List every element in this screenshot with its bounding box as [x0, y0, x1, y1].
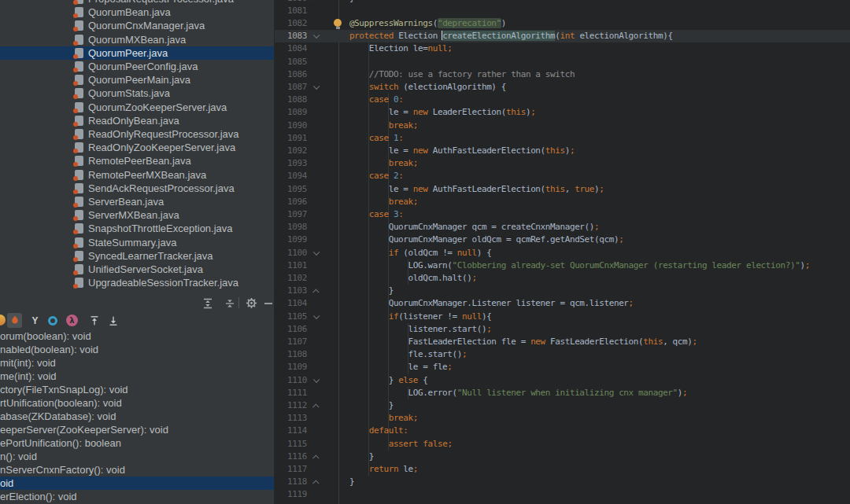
- file-tree-item[interactable]: StateSummary.java: [0, 236, 274, 249]
- methods-filter-on-button[interactable]: [7, 313, 22, 328]
- fold-marker-down[interactable]: [313, 83, 320, 90]
- code-line[interactable]: 1102 oldQcm.halt();: [275, 272, 850, 285]
- code-line[interactable]: 1105 if(listener != null){: [275, 311, 850, 323]
- file-tree-item[interactable]: ReadOnlyRequestProcessor.java: [0, 127, 274, 141]
- fold-marker-down[interactable]: [313, 312, 320, 318]
- line-number[interactable]: 1087: [275, 81, 307, 94]
- file-tree-item[interactable]: QuorumBean.java: [0, 6, 274, 19]
- collapse-all-button[interactable]: [222, 296, 237, 311]
- line-number[interactable]: 1086: [275, 68, 307, 81]
- file-tree-item[interactable]: ServerMXBean.java: [0, 208, 274, 222]
- move-to-bottom-button[interactable]: [105, 313, 120, 328]
- fold-marker-up[interactable]: [313, 480, 320, 487]
- file-tree-item[interactable]: UpgradeableSessionTracker.java: [0, 276, 274, 289]
- file-tree-item[interactable]: RemotePeerMXBean.java: [0, 168, 274, 182]
- fold-marker-up[interactable]: [313, 289, 320, 296]
- code-line[interactable]: 1117 return le;: [275, 463, 850, 476]
- line-number[interactable]: 1098: [275, 221, 307, 234]
- line-number[interactable]: 1095: [275, 183, 307, 196]
- line-number[interactable]: 1084: [275, 42, 307, 55]
- code-line[interactable]: 1096 break;: [275, 196, 850, 208]
- code-line[interactable]: 1088 case 0:: [275, 94, 850, 106]
- fold-marker-up[interactable]: [313, 455, 320, 462]
- line-number[interactable]: 1089: [275, 106, 307, 119]
- line-number[interactable]: 1118: [275, 476, 307, 488]
- code-line[interactable]: 1095 le = new AuthFastLeaderElection(thi…: [275, 183, 850, 196]
- line-number[interactable]: 1092: [275, 145, 307, 157]
- code-line[interactable]: 1083 protected Election createElectionAl…: [275, 30, 850, 42]
- code-line[interactable]: 1107 FastLeaderElection fle = new FastLe…: [275, 336, 850, 348]
- line-number[interactable]: 1085: [275, 56, 307, 68]
- file-tree-item[interactable]: QuorumPeer.java: [0, 46, 274, 60]
- line-number[interactable]: 1096: [275, 196, 307, 208]
- fold-marker-up[interactable]: [313, 404, 320, 410]
- structure-item[interactable]: erElection(): void: [0, 490, 274, 503]
- line-number[interactable]: 1117: [275, 463, 307, 476]
- code-line[interactable]: 1089 le = new LeaderElection(this);: [275, 106, 850, 119]
- line-number[interactable]: 1116: [275, 451, 307, 463]
- line-number[interactable]: 1110: [275, 374, 307, 387]
- line-number[interactable]: 1099: [275, 234, 307, 246]
- code-line[interactable]: 1118 }: [275, 476, 850, 488]
- hide-button[interactable]: [261, 296, 275, 311]
- file-tree-item[interactable]: SyncedLearnerTracker.java: [0, 249, 274, 263]
- line-number[interactable]: 1119: [275, 488, 307, 501]
- line-number[interactable]: 1101: [275, 259, 307, 272]
- line-number[interactable]: 1091: [275, 132, 307, 145]
- line-number[interactable]: 1088: [275, 94, 307, 106]
- line-number[interactable]: 1115: [275, 438, 307, 451]
- file-tree-item[interactable]: RemotePeerBean.java: [0, 154, 274, 167]
- code-line[interactable]: 1106 listener.start();: [275, 323, 850, 336]
- file-tree-item[interactable]: UnifiedServerSocket.java: [0, 263, 274, 276]
- visibility-button[interactable]: [45, 313, 60, 328]
- file-tree-item[interactable]: QuorumMXBean.java: [0, 33, 274, 46]
- line-number[interactable]: 1107: [275, 336, 307, 348]
- code-line[interactable]: 1104 QuorumCnxManager.Listener listener …: [275, 297, 850, 310]
- fold-marker-up[interactable]: [313, 0, 320, 2]
- structure-item[interactable]: nabled(boolean): void: [0, 343, 274, 356]
- line-number[interactable]: 1112: [275, 399, 307, 412]
- code-line[interactable]: 1110 } else {: [275, 374, 850, 387]
- structure-item[interactable]: nServerCnxnFactory(): void: [0, 463, 274, 476]
- code-line[interactable]: 1112 }: [275, 399, 850, 412]
- line-number[interactable]: 1114: [275, 425, 307, 437]
- file-tree-item[interactable]: SnapshotThrottleException.java: [0, 222, 274, 235]
- file-tree-item[interactable]: SendAckRequestProcessor.java: [0, 182, 274, 195]
- code-line[interactable]: 1101 LOG.warn("Clobbering already-set Qu…: [275, 259, 850, 272]
- code-line[interactable]: 1116 }: [275, 451, 850, 463]
- structure-item[interactable]: n(): void: [0, 450, 274, 463]
- file-tree-item[interactable]: QuorumPeerMain.java: [0, 73, 274, 86]
- line-number[interactable]: 1105: [275, 311, 307, 323]
- code-line[interactable]: 1091 case 1:: [275, 132, 850, 145]
- structure-item[interactable]: mit(int): void: [0, 356, 274, 370]
- code-line[interactable]: 1084 Election le=null;: [275, 42, 850, 55]
- code-line[interactable]: 1114 default:: [275, 425, 850, 437]
- structure-item[interactable]: ctory(FileTxnSnapLog): void: [0, 383, 274, 396]
- code-line[interactable]: 1086 //TODO: use a factory rather than a…: [275, 68, 850, 81]
- line-number[interactable]: 1113: [275, 412, 307, 425]
- line-number[interactable]: 1102: [275, 272, 307, 285]
- line-number[interactable]: 1083: [275, 30, 307, 42]
- line-number[interactable]: 1097: [275, 208, 307, 221]
- line-number[interactable]: 1081: [275, 5, 307, 17]
- fold-marker-down[interactable]: [313, 248, 320, 255]
- code-line[interactable]: 1090 break;: [275, 120, 850, 132]
- code-line[interactable]: 1092 le = new AuthFastLeaderElection(thi…: [275, 145, 850, 157]
- file-tree-item[interactable]: QuorumZooKeeperServer.java: [0, 101, 274, 114]
- line-number[interactable]: 1104: [275, 297, 307, 310]
- file-tree-item[interactable]: ReadOnlyBean.java: [0, 114, 274, 127]
- file-tree-item[interactable]: ProposalRequestProcessor.java: [0, 0, 274, 6]
- code-line[interactable]: 1093 break;: [275, 157, 850, 170]
- code-line[interactable]: 1109 le = fle;: [275, 361, 850, 373]
- structure-item[interactable]: abase(ZKDatabase): void: [0, 410, 274, 423]
- file-tree-item[interactable]: QuorumCnxManager.java: [0, 19, 274, 32]
- fold-marker-down[interactable]: [313, 376, 320, 382]
- line-number[interactable]: 1090: [275, 120, 307, 132]
- lambda-button[interactable]: λ: [65, 313, 79, 328]
- code-line[interactable]: 1082 @SuppressWarnings("deprecation"): [275, 17, 850, 30]
- code-editor[interactable]: 1080 }10811082 @SuppressWarnings("deprec…: [275, 0, 850, 504]
- code-line[interactable]: 1081: [275, 5, 850, 17]
- code-line[interactable]: 1111 LOG.error("Null listener when initi…: [275, 387, 850, 399]
- code-line[interactable]: 1115 assert false;: [275, 438, 850, 451]
- line-number[interactable]: 1082: [275, 17, 307, 30]
